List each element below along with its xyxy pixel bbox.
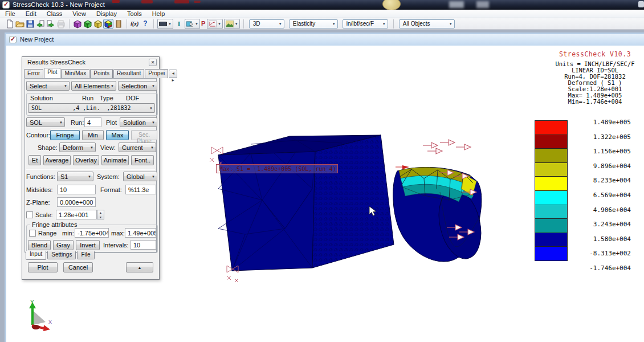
application-window: StressCheck 10.3 - New Project FileEditC…: [0, 0, 644, 342]
legend-label: 9.896e+004: [576, 162, 631, 170]
objects-combo[interactable]: All Objects▼: [399, 19, 455, 28]
chevron-down-icon: ▼: [235, 22, 238, 26]
section-ibeam-icon[interactable]: I: [174, 19, 184, 28]
run-input[interactable]: 4: [84, 117, 101, 127]
geometry-cube-icon[interactable]: [73, 19, 82, 28]
image-tool-dropdown[interactable]: ▼: [224, 19, 240, 29]
et-button[interactable]: Et: [28, 155, 41, 165]
menu-display[interactable]: Display: [91, 10, 122, 17]
close-icon[interactable]: ✕: [149, 59, 157, 66]
tab-file[interactable]: File: [77, 251, 94, 259]
intervals-input[interactable]: 10: [131, 240, 156, 250]
invert-button[interactable]: Invert: [76, 240, 100, 250]
help-icon[interactable]: ?: [141, 19, 150, 28]
midsides-input[interactable]: 10: [57, 185, 96, 194]
menu-view[interactable]: View: [67, 10, 91, 17]
dimension-combo[interactable]: 3D▼: [249, 19, 284, 28]
export-icon[interactable]: [46, 19, 55, 28]
scale-checkbox[interactable]: [26, 211, 33, 218]
font-button[interactable]: Font..: [131, 155, 154, 165]
overlay-artifact: [382, 0, 401, 10]
fea-model[interactable]: [202, 129, 487, 283]
menu-tools[interactable]: Tools: [122, 10, 147, 17]
shape-combo[interactable]: Deform▼: [59, 142, 96, 152]
menu-edit[interactable]: Edit: [21, 10, 42, 17]
gray-button[interactable]: Gray: [53, 240, 74, 250]
menu-file[interactable]: File: [0, 10, 21, 17]
save-icon[interactable]: [26, 19, 35, 28]
solution-record-combo[interactable]: SOL ,4 ,Lin. ,281832 ▼: [28, 103, 155, 113]
results-cube-icon[interactable]: [104, 19, 113, 28]
tab-properties[interactable]: Propei: [145, 69, 168, 78]
selection-combo[interactable]: Selection▼: [118, 81, 157, 91]
discipline-combo[interactable]: Elasticity▼: [289, 19, 338, 28]
format-label: Format:: [100, 186, 122, 193]
plot-combo[interactable]: Solution▼: [120, 117, 157, 127]
range-label: Range: [38, 230, 56, 237]
sol-combo[interactable]: SOL▼: [26, 117, 65, 127]
shape-label: Shape:: [38, 144, 58, 151]
project-window-titlebar[interactable]: New Project: [6, 34, 644, 46]
menu-class[interactable]: Class: [42, 10, 68, 17]
min-input[interactable]: -1.75e+004: [75, 228, 109, 238]
select-combo[interactable]: Select▼: [26, 81, 70, 91]
functions-combo[interactable]: S1▼: [57, 172, 93, 181]
formula-icon[interactable]: f(x): [131, 19, 140, 28]
plot-tool-dropdown[interactable]: ▼: [207, 19, 223, 29]
range-checkbox[interactable]: [29, 230, 36, 237]
chevron-down-icon: ▼: [111, 84, 114, 88]
max-button[interactable]: Max: [106, 130, 129, 140]
new-document-icon[interactable]: [5, 19, 14, 28]
min-button[interactable]: Min: [82, 130, 104, 140]
material-icon[interactable]: [114, 19, 123, 28]
zplane-input[interactable]: 0.000e+000: [57, 197, 96, 207]
tab-error[interactable]: Error: [24, 69, 43, 78]
plot-button[interactable]: Plot: [28, 262, 58, 272]
chevron-down-icon: ▼: [150, 146, 154, 149]
animate-button[interactable]: Animate: [101, 155, 129, 165]
minimize-button[interactable]: [638, 1, 644, 7]
overlay-artifact: [141, 0, 153, 3]
overlay-button[interactable]: Overlay: [73, 155, 99, 165]
overlay-artifact: [174, 0, 189, 3]
model-viewport[interactable]: Max. S1 = 1.489e+005 (SOL, run 4) Stress…: [6, 46, 644, 342]
fringe-button[interactable]: Fringe: [50, 130, 80, 140]
max-input[interactable]: 1.49e+005: [125, 228, 156, 238]
scale-spinner[interactable]: ▲▼: [97, 210, 104, 219]
system-combo[interactable]: Global▼: [123, 172, 157, 181]
tab-settings[interactable]: Settings: [47, 251, 76, 259]
results-dialog[interactable]: Results StressCheck ✕ Error Plot Min/Max…: [22, 56, 160, 280]
display-mode-dropdown[interactable]: ▼: [157, 19, 173, 29]
load-cube-icon[interactable]: [93, 19, 103, 28]
tab-points[interactable]: Points: [90, 69, 113, 78]
blend-button[interactable]: Blend: [28, 240, 51, 250]
sec-plane-button: Sec. Plane: [131, 130, 157, 140]
units-combo[interactable]: in/lbf/sec/F▼: [343, 19, 388, 28]
import-icon[interactable]: [36, 19, 45, 28]
points-icon[interactable]: P: [201, 19, 206, 28]
view-combo[interactable]: Current▼: [119, 142, 156, 152]
legend-color-block: [535, 120, 568, 135]
elements-combo[interactable]: All Elements▼: [71, 81, 116, 91]
tab-scroll-buttons[interactable]: ◄ ►: [169, 70, 177, 78]
mesh-cube-icon[interactable]: [83, 19, 92, 28]
dialog-tab-strip: Error Plot Min/Max Points Resultant Prop…: [24, 68, 157, 78]
title-bar[interactable]: StressCheck 10.3 - New Project: [0, 0, 644, 10]
scale-input[interactable]: 1.28e+001: [56, 210, 97, 219]
cancel-button[interactable]: Cancel: [63, 262, 93, 272]
chevron-down-icon: ▼: [152, 84, 155, 88]
max-annotation[interactable]: Max. S1 = 1.489e+005 (SOL, run 4): [216, 164, 338, 173]
overlay-artifact: [112, 0, 120, 3]
collapse-button[interactable]: ▲: [126, 262, 153, 272]
select-tool-dropdown[interactable]: ▼: [185, 19, 200, 29]
format-input[interactable]: %11.3e: [125, 185, 156, 194]
tab-minmax[interactable]: Min/Max: [61, 69, 89, 78]
chevron-down-icon: ▼: [152, 121, 155, 124]
sol-value: SOL: [30, 119, 42, 126]
tab-input[interactable]: Input: [26, 251, 46, 260]
tab-resultant[interactable]: Resultant: [113, 69, 144, 78]
tab-plot[interactable]: Plot: [44, 68, 60, 78]
average-button[interactable]: Average: [43, 155, 71, 165]
menu-help[interactable]: Help: [147, 10, 170, 17]
open-folder-icon[interactable]: [15, 19, 25, 28]
